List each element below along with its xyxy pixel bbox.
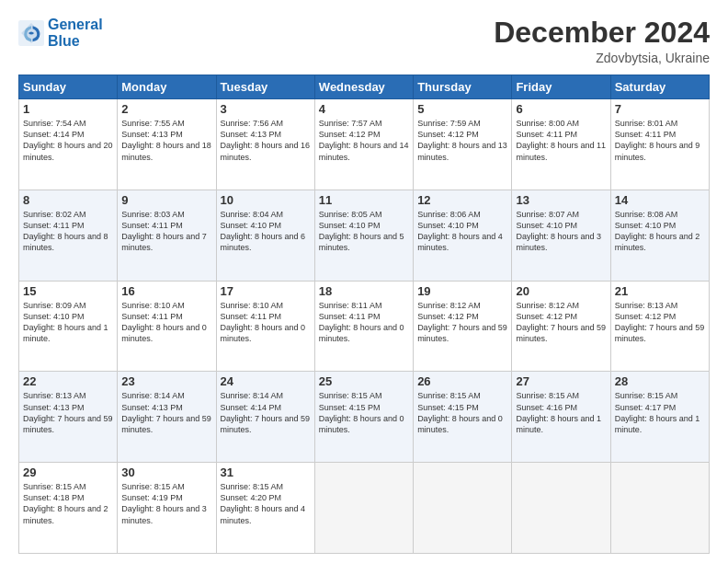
day-number: 30 xyxy=(121,465,211,479)
day-number: 14 xyxy=(615,193,705,207)
day-cell-10: 10Sunrise: 8:04 AMSunset: 4:10 PMDayligh… xyxy=(216,190,314,281)
month-title: December 2024 xyxy=(494,17,710,49)
weekday-header-saturday: Saturday xyxy=(610,75,709,99)
cell-info: Sunrise: 8:15 AMSunset: 4:18 PMDaylight:… xyxy=(23,481,113,526)
day-cell-15: 15Sunrise: 8:09 AMSunset: 4:10 PMDayligh… xyxy=(19,281,118,372)
logo: General Blue xyxy=(18,17,103,49)
cell-info: Sunrise: 8:01 AMSunset: 4:11 PMDaylight:… xyxy=(615,118,705,163)
day-cell-3: 3Sunrise: 7:56 AMSunset: 4:13 PMDaylight… xyxy=(216,99,314,190)
day-cell-29: 29Sunrise: 8:15 AMSunset: 4:18 PMDayligh… xyxy=(19,463,118,554)
day-cell-11: 11Sunrise: 8:05 AMSunset: 4:10 PMDayligh… xyxy=(314,190,413,281)
cell-info: Sunrise: 8:00 AMSunset: 4:11 PMDaylight:… xyxy=(516,118,606,163)
weekday-header-tuesday: Tuesday xyxy=(216,75,314,99)
week-row-3: 15Sunrise: 8:09 AMSunset: 4:10 PMDayligh… xyxy=(19,281,710,372)
day-cell-12: 12Sunrise: 8:06 AMSunset: 4:10 PMDayligh… xyxy=(414,190,512,281)
day-cell-23: 23Sunrise: 8:14 AMSunset: 4:13 PMDayligh… xyxy=(118,372,216,463)
day-cell-26: 26Sunrise: 8:15 AMSunset: 4:15 PMDayligh… xyxy=(414,372,512,463)
day-number: 5 xyxy=(417,102,507,116)
weekday-header-wednesday: Wednesday xyxy=(314,75,413,99)
location-subtitle: Zdovbytsia, Ukraine xyxy=(494,51,710,65)
weekday-header-thursday: Thursday xyxy=(414,75,512,99)
day-cell-2: 2Sunrise: 7:55 AMSunset: 4:13 PMDaylight… xyxy=(118,99,216,190)
weekday-header-row: SundayMondayTuesdayWednesdayThursdayFrid… xyxy=(19,75,710,99)
cell-info: Sunrise: 8:14 AMSunset: 4:13 PMDaylight:… xyxy=(121,390,211,435)
cell-info: Sunrise: 8:14 AMSunset: 4:14 PMDaylight:… xyxy=(221,390,311,435)
day-number: 26 xyxy=(417,374,507,388)
day-cell-1: 1Sunrise: 7:54 AMSunset: 4:14 PMDaylight… xyxy=(19,99,118,190)
day-cell-28: 28Sunrise: 8:15 AMSunset: 4:17 PMDayligh… xyxy=(610,372,709,463)
day-number: 27 xyxy=(516,374,606,388)
day-number: 18 xyxy=(319,284,409,298)
day-number: 22 xyxy=(23,374,113,388)
cell-info: Sunrise: 7:56 AMSunset: 4:13 PMDaylight:… xyxy=(221,118,311,163)
day-cell-5: 5Sunrise: 7:59 AMSunset: 4:12 PMDaylight… xyxy=(414,99,512,190)
calendar-table: SundayMondayTuesdayWednesdayThursdayFrid… xyxy=(18,75,710,554)
cell-info: Sunrise: 8:15 AMSunset: 4:15 PMDaylight:… xyxy=(319,390,409,435)
day-number: 15 xyxy=(23,284,113,298)
day-cell-7: 7Sunrise: 8:01 AMSunset: 4:11 PMDaylight… xyxy=(610,99,709,190)
day-number: 1 xyxy=(23,102,113,116)
cell-info: Sunrise: 8:11 AMSunset: 4:11 PMDaylight:… xyxy=(319,300,409,345)
day-number: 29 xyxy=(23,465,113,479)
day-number: 19 xyxy=(417,284,507,298)
cell-info: Sunrise: 8:12 AMSunset: 4:12 PMDaylight:… xyxy=(417,300,507,345)
cell-info: Sunrise: 8:04 AMSunset: 4:10 PMDaylight:… xyxy=(221,209,311,254)
day-cell-17: 17Sunrise: 8:10 AMSunset: 4:11 PMDayligh… xyxy=(216,281,314,372)
day-number: 6 xyxy=(516,102,606,116)
day-cell-27: 27Sunrise: 8:15 AMSunset: 4:16 PMDayligh… xyxy=(512,372,610,463)
day-number: 24 xyxy=(221,374,311,388)
day-number: 17 xyxy=(221,284,311,298)
logo-icon xyxy=(18,20,44,46)
day-cell-21: 21Sunrise: 8:13 AMSunset: 4:12 PMDayligh… xyxy=(610,281,709,372)
weekday-header-monday: Monday xyxy=(118,75,216,99)
empty-cell xyxy=(610,463,709,554)
cell-info: Sunrise: 8:03 AMSunset: 4:11 PMDaylight:… xyxy=(121,209,211,254)
day-number: 31 xyxy=(221,465,311,479)
day-number: 11 xyxy=(319,193,409,207)
empty-cell xyxy=(512,463,610,554)
week-row-5: 29Sunrise: 8:15 AMSunset: 4:18 PMDayligh… xyxy=(19,463,710,554)
day-number: 20 xyxy=(516,284,606,298)
day-cell-22: 22Sunrise: 8:13 AMSunset: 4:13 PMDayligh… xyxy=(19,372,118,463)
day-number: 4 xyxy=(319,102,409,116)
day-number: 9 xyxy=(121,193,211,207)
day-cell-24: 24Sunrise: 8:14 AMSunset: 4:14 PMDayligh… xyxy=(216,372,314,463)
day-number: 25 xyxy=(319,374,409,388)
day-number: 13 xyxy=(516,193,606,207)
day-number: 28 xyxy=(615,374,705,388)
cell-info: Sunrise: 8:12 AMSunset: 4:12 PMDaylight:… xyxy=(516,300,606,345)
day-cell-18: 18Sunrise: 8:11 AMSunset: 4:11 PMDayligh… xyxy=(314,281,413,372)
cell-info: Sunrise: 8:07 AMSunset: 4:10 PMDaylight:… xyxy=(516,209,606,254)
cell-info: Sunrise: 8:02 AMSunset: 4:11 PMDaylight:… xyxy=(23,209,113,254)
cell-info: Sunrise: 7:55 AMSunset: 4:13 PMDaylight:… xyxy=(121,118,211,163)
day-cell-14: 14Sunrise: 8:08 AMSunset: 4:10 PMDayligh… xyxy=(610,190,709,281)
empty-cell xyxy=(314,463,413,554)
cell-info: Sunrise: 8:15 AMSunset: 4:17 PMDaylight:… xyxy=(615,390,705,435)
cell-info: Sunrise: 8:15 AMSunset: 4:19 PMDaylight:… xyxy=(121,481,211,526)
week-row-1: 1Sunrise: 7:54 AMSunset: 4:14 PMDaylight… xyxy=(19,99,710,190)
day-cell-9: 9Sunrise: 8:03 AMSunset: 4:11 PMDaylight… xyxy=(118,190,216,281)
cell-info: Sunrise: 8:13 AMSunset: 4:12 PMDaylight:… xyxy=(615,300,705,345)
day-number: 8 xyxy=(23,193,113,207)
cell-info: Sunrise: 8:10 AMSunset: 4:11 PMDaylight:… xyxy=(121,300,211,345)
day-cell-8: 8Sunrise: 8:02 AMSunset: 4:11 PMDaylight… xyxy=(19,190,118,281)
day-cell-16: 16Sunrise: 8:10 AMSunset: 4:11 PMDayligh… xyxy=(118,281,216,372)
cell-info: Sunrise: 8:13 AMSunset: 4:13 PMDaylight:… xyxy=(23,390,113,435)
day-number: 21 xyxy=(615,284,705,298)
day-number: 23 xyxy=(121,374,211,388)
cell-info: Sunrise: 8:15 AMSunset: 4:20 PMDaylight:… xyxy=(221,481,311,526)
title-block: December 2024 Zdovbytsia, Ukraine xyxy=(494,17,710,65)
weekday-header-sunday: Sunday xyxy=(19,75,118,99)
empty-cell xyxy=(414,463,512,554)
day-cell-31: 31Sunrise: 8:15 AMSunset: 4:20 PMDayligh… xyxy=(216,463,314,554)
cell-info: Sunrise: 8:10 AMSunset: 4:11 PMDaylight:… xyxy=(221,300,311,345)
day-number: 2 xyxy=(121,102,211,116)
day-cell-6: 6Sunrise: 8:00 AMSunset: 4:11 PMDaylight… xyxy=(512,99,610,190)
day-cell-13: 13Sunrise: 8:07 AMSunset: 4:10 PMDayligh… xyxy=(512,190,610,281)
cell-info: Sunrise: 8:06 AMSunset: 4:10 PMDaylight:… xyxy=(417,209,507,254)
cell-info: Sunrise: 8:09 AMSunset: 4:10 PMDaylight:… xyxy=(23,300,113,345)
cell-info: Sunrise: 7:59 AMSunset: 4:12 PMDaylight:… xyxy=(417,118,507,163)
logo-text: General Blue xyxy=(48,17,103,49)
day-cell-30: 30Sunrise: 8:15 AMSunset: 4:19 PMDayligh… xyxy=(118,463,216,554)
day-cell-20: 20Sunrise: 8:12 AMSunset: 4:12 PMDayligh… xyxy=(512,281,610,372)
